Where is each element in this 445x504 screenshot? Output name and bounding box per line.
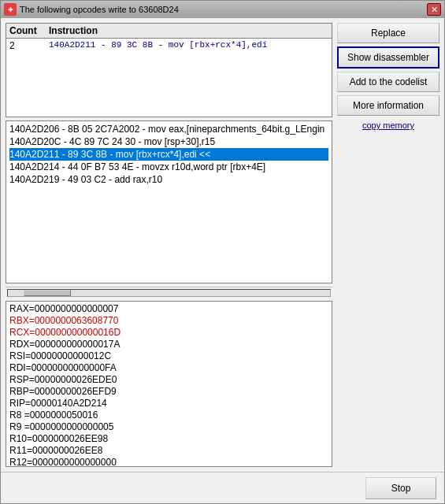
replace-button[interactable]: Replace	[337, 23, 439, 43]
scrollbar-thumb[interactable]	[24, 290, 71, 296]
register-r10: R10=0000000026EE98	[9, 433, 328, 445]
left-panel: Count Instruction 2 140A2D211 - 89 3C 8B…	[6, 23, 332, 467]
scrollbar-track[interactable]	[7, 289, 331, 297]
register-rdi: RDI=00000000000000FA	[9, 362, 328, 374]
opcodes-table: Count Instruction 2 140A2D211 - 89 3C 8B…	[6, 23, 332, 117]
table-header: Count Instruction	[6, 24, 332, 39]
register-rdx: RDX=000000000000017A	[9, 339, 328, 350]
horizontal-scrollbar[interactable]	[6, 287, 332, 298]
app-icon: ✦	[4, 3, 17, 16]
register-rbp: RBP=00000000026EFD9	[9, 386, 328, 398]
disasm-line: 140A2D20C - 4C 89 7C 24 30 - mov [rsp+30…	[9, 135, 328, 148]
title-bar: ✦ The following opcodes write to 63608D2…	[1, 1, 444, 18]
disasm-content: 140A2D206 - 8B 05 2C7A2002 - mov eax,[ni…	[6, 121, 332, 187]
main-window: ✦ The following opcodes write to 63608D2…	[0, 0, 445, 504]
register-rsp: RSP=00000000026EDE0	[9, 374, 328, 386]
disassembler-area[interactable]: 140A2D206 - 8B 05 2C7A2002 - mov eax,[ni…	[6, 120, 332, 284]
register-rbx: RBX=0000000063608770	[9, 315, 328, 327]
register-r8: R8 =0000000050016	[9, 410, 328, 421]
register-r12: R12=0000000000000000	[9, 457, 328, 467]
row-count: 2	[9, 40, 49, 51]
register-rip: RIP=00000140A2D214	[9, 398, 328, 410]
bottom-bar: Stop	[1, 472, 444, 503]
close-button[interactable]: ✕	[427, 3, 441, 16]
show-disassembler-button[interactable]: Show disassembler	[337, 46, 439, 69]
add-to-codelist-button[interactable]: Add to the codelist	[337, 72, 439, 92]
register-rsi: RSI=00000000000012C	[9, 350, 328, 362]
right-panel: Replace Show disassembler Add to the cod…	[337, 23, 439, 467]
more-information-button[interactable]: More information	[337, 95, 439, 116]
disasm-line: 140A2D219 - 49 03 C2 - add rax,r10	[9, 173, 328, 186]
col-instruction: Instruction	[49, 25, 328, 36]
register-rax: RAX=0000000000000007	[9, 303, 328, 315]
register-r9: R9 =0000000000000005	[9, 421, 328, 433]
disasm-line: 140A2D206 - 8B 05 2C7A2002 - mov eax,[ni…	[9, 123, 328, 135]
register-rcx: RCX=000000000000016D	[9, 327, 328, 339]
table-row[interactable]: 2 140A2D211 - 89 3C 8B - mov [rbx+rcx*4]…	[6, 39, 332, 53]
stop-button[interactable]: Stop	[365, 477, 436, 499]
col-count: Count	[9, 25, 49, 36]
copy-memory-link[interactable]: copy memory	[337, 119, 439, 132]
window-title: The following opcodes write to 63608D24	[20, 5, 179, 14]
window-body: Count Instruction 2 140A2D211 - 89 3C 8B…	[1, 18, 444, 472]
disasm-line: 140A2D214 - 44 0F B7 53 4E - movzx r10d,…	[9, 161, 328, 173]
disasm-line-highlight: 140A2D211 - 89 3C 8B - mov [rbx+rcx*4],e…	[9, 148, 328, 161]
register-area: RAX=0000000000000007 RBX=000000006360877…	[6, 301, 332, 467]
row-instruction: 140A2D211 - 89 3C 8B - mov [rbx+rcx*4],e…	[49, 40, 328, 51]
register-r11: R11=0000000026EE8	[9, 445, 328, 457]
